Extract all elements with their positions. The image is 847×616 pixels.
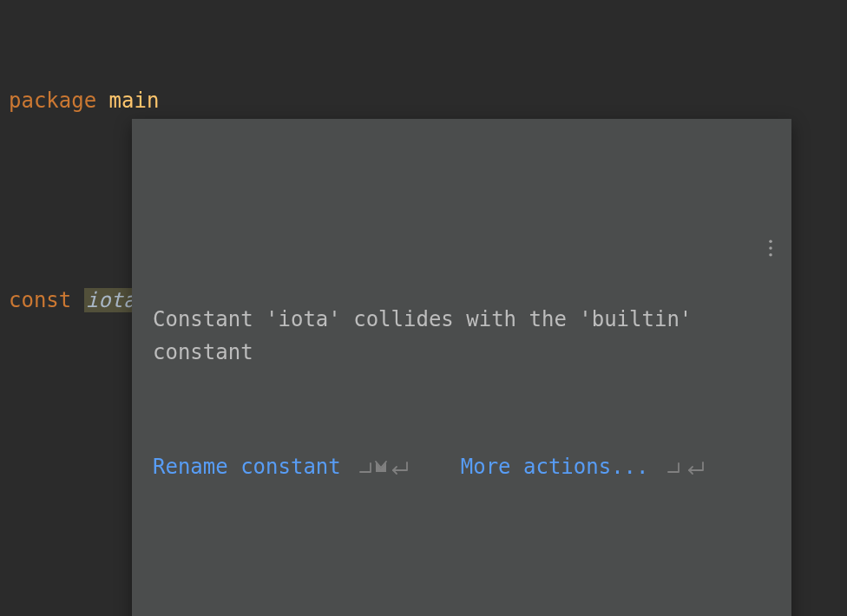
identifier-iota[interactable]: iota xyxy=(84,288,138,312)
shortcut-more-icon xyxy=(666,458,705,475)
keyword-const: const xyxy=(9,288,71,312)
more-actions-link[interactable]: More actions... xyxy=(461,450,649,483)
code-editor[interactable]: package main const iota = 0 Constant 'io… xyxy=(0,0,847,435)
more-menu-icon[interactable] xyxy=(663,201,778,301)
code-line-1: package main xyxy=(9,84,838,117)
actions-row: Rename constant More actions... xyxy=(153,450,771,483)
svg-point-0 xyxy=(769,240,772,244)
svg-point-1 xyxy=(769,246,772,250)
inspection-panel: Constant 'iota' collides with the 'built… xyxy=(132,186,791,567)
inspection-message: Constant 'iota' collides with the 'built… xyxy=(153,303,771,370)
shortcut-rename-icon xyxy=(358,458,409,475)
svg-point-2 xyxy=(769,253,772,257)
package-name: main xyxy=(109,88,160,113)
intention-tooltip: Constant 'iota' collides with the 'built… xyxy=(132,119,791,616)
rename-constant-link[interactable]: Rename constant xyxy=(153,450,341,483)
keyword-package: package xyxy=(9,88,96,113)
